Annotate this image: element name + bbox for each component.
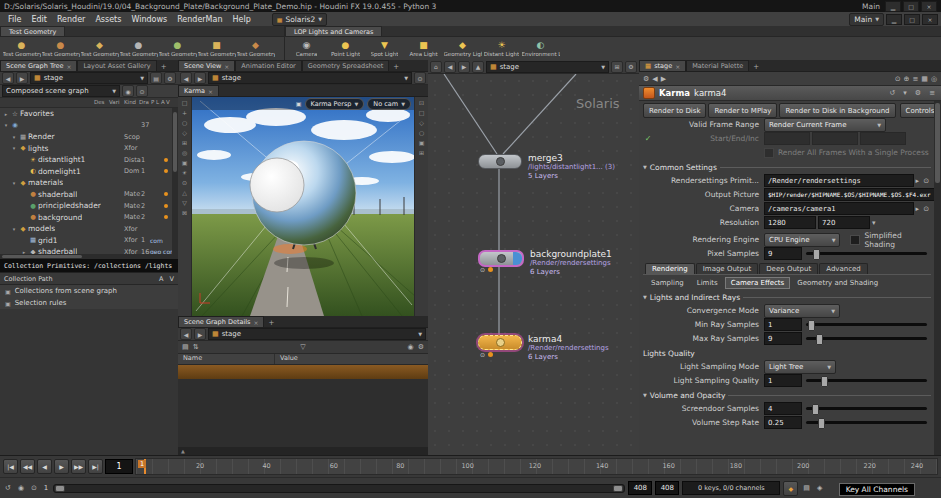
pixel-samples-slider[interactable] [806, 252, 927, 255]
tree-row-domelight1[interactable]: ◐domelight1Dom1 [0, 166, 178, 178]
shelf-tool-test-geometry[interactable]: ●Test Geometry [119, 38, 158, 59]
tab-advanced[interactable]: Advanced [819, 263, 868, 274]
tree-row-materials[interactable]: ▾◆materials [0, 177, 178, 189]
shelf-tool-test-geometry[interactable]: ●Test Geometry [158, 38, 197, 59]
shelf-tool-test-geometry[interactable]: ◆Test Geometry [236, 38, 275, 59]
tab-animation-editor[interactable]: Animation Editor [235, 60, 301, 71]
collapse-arrow-icon[interactable]: ▼ [643, 392, 647, 398]
list-icon[interactable]: ≡ [927, 89, 937, 97]
active-dot[interactable] [164, 215, 168, 219]
shelf-tool-environment-light[interactable]: ◐Environment Light [521, 38, 560, 59]
shelf-tool-spot-light[interactable]: ▼Spot Light [365, 38, 404, 59]
resolution-menu-icon[interactable]: ▾ [870, 219, 878, 227]
tab-rendering[interactable]: Rendering [645, 263, 695, 274]
wrench-icon[interactable]: ⚙ [643, 75, 649, 83]
display-option-icon[interactable]: ▣ [419, 139, 425, 146]
maximize-icon[interactable]: □ [903, 1, 919, 12]
tree-row-grid1[interactable]: ▦grid1Xfor1com [0, 235, 178, 247]
forward-icon[interactable]: ▶ [16, 72, 28, 84]
screendoor-samples-field[interactable]: 4 [764, 402, 802, 415]
pane-close-icon[interactable]: × [922, 14, 938, 25]
scale-tool-icon[interactable]: ◇ [182, 129, 187, 136]
display-option-icon[interactable]: ⊡ [419, 99, 424, 106]
grid-icon[interactable]: ⊞ [611, 61, 623, 73]
misc-tool-icon[interactable]: △ [182, 189, 187, 196]
look-through-selector[interactable]: No cam▼ [367, 98, 411, 110]
range-start-handle[interactable] [55, 485, 65, 492]
up-level-icon[interactable]: ▲ [472, 61, 484, 73]
range-end-field-b[interactable]: 408 [655, 481, 679, 495]
step-back-icon[interactable]: ◀ [37, 459, 52, 474]
grid-icon[interactable]: ▦ [921, 75, 928, 83]
node-karma4[interactable]: karma4 /Render/rendersettings 6 Layers ⊙ [478, 335, 609, 362]
jump-start-icon[interactable]: |◀ [3, 459, 18, 474]
realtime-toggle-icon[interactable]: ↺ [3, 484, 13, 492]
close-tab-icon[interactable]: × [675, 63, 680, 70]
snapshot-icon[interactable]: ◉ [408, 343, 414, 351]
filter-icon[interactable]: ▤ [150, 72, 162, 84]
add-tab-icon[interactable]: + [389, 63, 403, 71]
tab-deep-output[interactable]: Deep Output [759, 263, 818, 274]
loop-mode-icon[interactable]: ⊙ [29, 484, 39, 492]
tab-stage-params[interactable]: ▦stage× [639, 60, 686, 71]
pane-minimize-icon[interactable]: ▁ [886, 14, 902, 25]
render-background-button[interactable]: Render to Disk in Background [779, 103, 895, 118]
subtab-camera-effects[interactable]: Camera Effects [725, 277, 791, 289]
forward-icon[interactable]: ▶ [661, 75, 666, 83]
light-sampling-quality-slider[interactable] [806, 379, 927, 382]
light-sampling-mode-select[interactable]: Light Tree▼ [764, 360, 836, 374]
shelf-tool-geometry-light[interactable]: ◆Geometry Light [443, 38, 482, 59]
forward-icon[interactable]: ▶ [458, 61, 470, 73]
node-chooser-icon[interactable]: ▸ [914, 205, 922, 213]
close-tab-icon[interactable]: × [253, 319, 258, 326]
min-ray-samples-field[interactable]: 1 [764, 318, 802, 331]
back-icon[interactable]: ◀ [444, 61, 456, 73]
gear-icon[interactable]: ⚙ [913, 89, 923, 97]
tree-row-root[interactable]: ▾◉37 [0, 120, 178, 132]
node-merge3[interactable]: merge3 /lights/distantlight1... (3) 5 La… [478, 154, 615, 181]
back-icon[interactable]: ◀ [2, 72, 14, 84]
parameters-scrollbar[interactable] [934, 101, 941, 455]
minimize-icon[interactable]: ▁ [885, 1, 901, 12]
rendersettings-field[interactable]: /Render/rendersettings [764, 174, 914, 187]
tree-horizontal-scrollbar[interactable] [0, 254, 178, 259]
pin-icon[interactable]: ⊙ [136, 85, 148, 97]
display-option-icon[interactable]: □ [419, 109, 425, 116]
display-option-icon[interactable]: ○ [419, 129, 424, 136]
single-process-checkbox[interactable] [764, 148, 774, 158]
volume-step-rate-slider[interactable] [806, 421, 927, 424]
handles-tool-icon[interactable]: ⊞ [182, 139, 187, 146]
end-field[interactable] [812, 132, 858, 145]
current-frame-field[interactable]: 1 [105, 459, 133, 474]
render-to-mplay-button[interactable]: Render to MPlay [708, 103, 777, 118]
shelf-tool-area-light[interactable]: ■Area Light [404, 38, 443, 59]
tab-scene-graph-tree[interactable]: Scene Graph Tree× [0, 60, 77, 71]
collapse-arrow-icon[interactable]: ▼ [643, 164, 647, 170]
node-body[interactable] [478, 154, 522, 169]
tree-row-background[interactable]: ●backgroundMate2 [0, 212, 178, 224]
shelf-tool-distant-light[interactable]: ☀Distant Light [482, 38, 521, 59]
pixel-samples-field[interactable]: 9 [764, 247, 802, 260]
columns-icon[interactable]: ⇅ [193, 343, 199, 351]
output-picture-field[interactable]: $HIP/render/$HIPNAME.$OS/$HIPNAME.$OS.$F… [764, 188, 935, 201]
menu-render[interactable]: Render [52, 14, 90, 25]
network-canvas[interactable]: Solaris merge3 /lights/distantlight1... … [428, 74, 639, 455]
shelf-tab-lop-lights-cameras[interactable]: LOP Lights and Cameras [285, 26, 382, 36]
details-selected-row[interactable] [178, 365, 428, 379]
node-body[interactable] [478, 250, 524, 267]
list-mode-icon[interactable]: ▤ [182, 343, 189, 351]
viewport-3d-scene[interactable]: ▣ Karma Persp▼ No cam▼ [192, 97, 414, 316]
pin-icon[interactable]: ⊙ [895, 75, 901, 83]
active-dot[interactable] [164, 204, 168, 208]
snapshot-icon[interactable]: ◉ [122, 85, 134, 97]
shelf-tool-test-geometry[interactable]: ■Test Geometry [197, 38, 236, 59]
range-end-handle[interactable] [613, 485, 623, 492]
shelf-tool-test-geometry[interactable]: ●Test Geometry [41, 38, 80, 59]
max-ray-samples-field[interactable]: 9 [764, 332, 802, 345]
subtab-limits[interactable]: Limits [691, 277, 724, 289]
search-icon[interactable]: ◎ [931, 75, 937, 83]
prev-key-icon[interactable]: ◀◀ [20, 459, 35, 474]
subtab-geometry-shading[interactable]: Geometry and Shading [791, 277, 884, 289]
node-chooser-icon[interactable]: ▸ [914, 177, 922, 185]
tree-path-field[interactable]: ▦ stage▼ [30, 72, 148, 84]
